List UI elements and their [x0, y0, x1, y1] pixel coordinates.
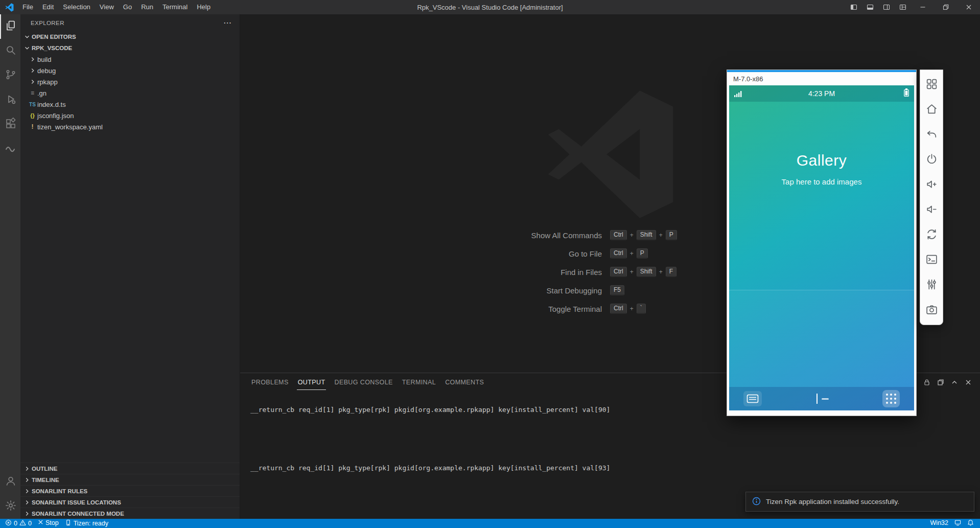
control-panel-button[interactable]	[920, 272, 943, 297]
activitybar-search[interactable]	[0, 39, 20, 63]
keyboard-button[interactable]	[743, 391, 762, 406]
key-chip: Ctrl	[610, 267, 627, 277]
tizen-emulator-window[interactable]: M-7.0-x86 4:23 PM Gallery Tap her	[727, 70, 917, 416]
menu-run[interactable]: Run	[136, 0, 158, 14]
key-chip: Ctrl	[610, 304, 627, 314]
more-actions-button[interactable]: ⋯	[223, 20, 231, 26]
phone-clock: 4:23 PM	[729, 89, 914, 98]
menu-selection[interactable]: Selection	[58, 0, 95, 14]
account-icon	[5, 475, 17, 489]
tree-item-index-dts[interactable]: TS index.d.ts	[20, 99, 240, 110]
vscode-logo-icon	[5, 3, 14, 12]
activitybar-source-control[interactable]	[0, 63, 20, 88]
emulator-titlebar[interactable]: M-7.0-x86	[727, 72, 916, 85]
json-file-icon: {}	[28, 112, 37, 119]
chevron-right-icon	[22, 476, 32, 484]
tab-terminal[interactable]: TERMINAL	[401, 374, 437, 390]
toggle-secondary-sidebar-icon[interactable]	[878, 0, 895, 14]
section-timeline[interactable]: TIMELINE	[20, 474, 240, 485]
menu-view[interactable]: View	[95, 0, 119, 14]
chevron-right-icon	[28, 67, 37, 74]
menu-edit[interactable]: Edit	[38, 0, 58, 14]
tree-item-tizen-workspace[interactable]: ! tizen_workspace.yaml	[20, 121, 240, 132]
activitybar-extensions[interactable]	[0, 112, 20, 137]
workspace-root-label: RPK_VSCODE	[32, 45, 72, 51]
section-outline[interactable]: OUTLINE	[20, 463, 240, 474]
output-line: __return_cb req_id[1] pkg_type[rpk] pkgi…	[250, 463, 975, 473]
restore-button[interactable]	[934, 0, 957, 14]
notifications-bell[interactable]	[964, 519, 977, 527]
stop-button[interactable]: Stop	[35, 519, 62, 526]
open-editors-section[interactable]: OPEN EDITORS	[20, 31, 240, 42]
activitybar-settings[interactable]	[0, 494, 20, 519]
status-bar: 0 0 Stop Tizen: ready Win32	[0, 519, 980, 528]
tree-item-rpkapp[interactable]: rpkapp	[20, 76, 240, 87]
section-sonarlint-rules[interactable]: SONARLINT RULES	[20, 485, 240, 496]
menu-go[interactable]: Go	[119, 0, 136, 14]
rotate-button[interactable]	[920, 222, 943, 247]
tab-problems[interactable]: PROBLEMS	[250, 374, 290, 390]
menu-file[interactable]: File	[18, 0, 38, 14]
lock-icon[interactable]	[922, 378, 931, 387]
menu-bar: File Edit Selection View Go Run Terminal…	[18, 0, 215, 14]
volume-down-button[interactable]	[920, 197, 943, 222]
power-button[interactable]	[920, 147, 943, 172]
maximize-panel-icon[interactable]	[950, 378, 959, 387]
tree-item-jsconfig[interactable]: {} jsconfig.json	[20, 110, 240, 121]
vscode-window: File Edit Selection View Go Run Terminal…	[0, 0, 980, 528]
minimize-button[interactable]	[911, 0, 934, 14]
section-label: SONARLINT ISSUE LOCATIONS	[32, 499, 121, 506]
activitybar-sonarlint[interactable]	[0, 137, 20, 162]
close-panel-icon[interactable]	[964, 378, 973, 387]
menu-terminal[interactable]: Terminal	[158, 0, 192, 14]
screenshot-button[interactable]	[920, 297, 943, 322]
tizen-status[interactable]: Tizen: ready	[62, 519, 111, 527]
open-in-new-window-icon[interactable]	[936, 378, 945, 387]
shell-button[interactable]	[920, 247, 943, 272]
close-window-button[interactable]	[957, 0, 980, 14]
tab-comments[interactable]: COMMENTS	[444, 374, 485, 390]
apps-grid-button[interactable]	[882, 390, 900, 407]
tab-output[interactable]: OUTPUT	[297, 374, 326, 390]
controller-menu-button[interactable]	[920, 72, 943, 97]
key-chip: F5	[610, 285, 624, 295]
key-chip: Shift	[637, 267, 656, 277]
app-subtitle[interactable]: Tap here to add images	[729, 177, 914, 186]
bell-icon	[967, 519, 974, 527]
section-sonarlint-issue-locations[interactable]: SONARLINT ISSUE LOCATIONS	[20, 496, 240, 508]
notification-toast[interactable]: Tizen Rpk application installed successf…	[745, 492, 974, 512]
section-sonarlint-connected-mode[interactable]: SONARLINT CONNECTED MODE	[20, 508, 240, 519]
activitybar-accounts[interactable]	[0, 470, 20, 494]
volume-up-button[interactable]	[920, 172, 943, 197]
menu-help[interactable]: Help	[192, 0, 215, 14]
toggle-primary-sidebar-icon[interactable]	[846, 0, 862, 14]
source-control-icon	[5, 68, 17, 83]
tree-item-debug[interactable]: debug	[20, 65, 240, 76]
tab-debug-console[interactable]: DEBUG CONSOLE	[333, 374, 393, 390]
chevron-right-icon	[28, 78, 37, 85]
customize-layout-icon[interactable]	[895, 0, 911, 14]
workspace-root-section[interactable]: RPK_VSCODE	[20, 42, 240, 54]
plus-separator: +	[659, 268, 663, 276]
remote-indicator[interactable]	[951, 519, 964, 527]
activitybar-run-debug[interactable]	[0, 88, 20, 112]
home-button[interactable]	[920, 97, 943, 122]
back-button[interactable]	[920, 122, 943, 147]
tree-item-build[interactable]: build	[20, 54, 240, 65]
plus-separator: +	[630, 250, 634, 257]
tree-item-label: debug	[37, 67, 56, 75]
platform-status[interactable]: Win32	[927, 519, 951, 526]
toggle-panel-icon[interactable]	[862, 0, 878, 14]
key-chip: F	[666, 267, 676, 277]
section-label: OUTLINE	[32, 466, 57, 472]
activitybar-spacer	[0, 162, 20, 470]
emulator-screen[interactable]: 4:23 PM Gallery Tap here to add images	[729, 85, 914, 410]
plus-separator: +	[630, 268, 634, 276]
activitybar-explorer[interactable]	[0, 14, 20, 39]
problems-status[interactable]: 0 0	[2, 519, 35, 527]
plus-separator: +	[630, 232, 634, 239]
key-chip: Shift	[637, 230, 656, 240]
explorer-title: EXPLORER	[31, 20, 64, 26]
chevron-right-icon	[22, 487, 32, 495]
tree-item-gn[interactable]: ≡ .gn	[20, 87, 240, 99]
